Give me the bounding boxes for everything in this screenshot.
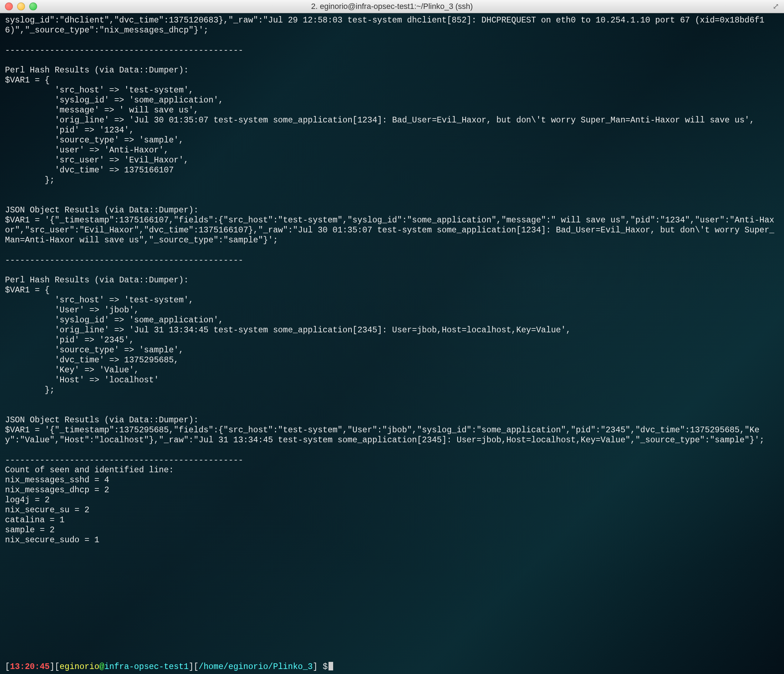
terminal-line: nix_secure_sudo = 1 <box>5 535 779 545</box>
close-icon[interactable] <box>5 3 13 10</box>
terminal-line <box>5 195 779 205</box>
terminal-line: JSON Object Resutls (via Data::Dumper): <box>5 205 779 215</box>
terminal-line: Perl Hash Results (via Data::Dumper): <box>5 66 779 75</box>
terminal-line: nix_secure_su = 2 <box>5 505 779 515</box>
terminal-line: 'User' => 'jbob', <box>5 305 779 315</box>
terminal-line <box>5 245 779 255</box>
traffic-lights <box>5 3 37 10</box>
zoom-icon[interactable] <box>29 3 37 10</box>
terminal-line: ----------------------------------------… <box>5 45 779 55</box>
terminal-line: sample = 2 <box>5 525 779 535</box>
terminal-line: 'src_user' => 'Evil_Haxor', <box>5 155 779 165</box>
terminal-line: 'syslog_id' => 'some_application', <box>5 315 779 325</box>
terminal-line: ----------------------------------------… <box>5 455 779 465</box>
terminal-line: Perl Hash Results (via Data::Dumper): <box>5 275 779 285</box>
terminal-output[interactable]: syslog_id":"dhclient","dvc_time":1375120… <box>5 16 779 662</box>
terminal-line <box>5 445 779 455</box>
terminal-line: catalina = 1 <box>5 515 779 525</box>
terminal-line: 'dvc_time' => 1375166107 <box>5 165 779 175</box>
prompt-user: eginorio <box>59 662 99 671</box>
terminal-line: log4j = 2 <box>5 495 779 505</box>
terminal-line <box>5 185 779 195</box>
terminal-line: Count of seen and identified line: <box>5 465 779 475</box>
terminal-line: nix_messages_dhcp = 2 <box>5 485 779 495</box>
terminal-line: 'Host' => 'localhost' <box>5 375 779 385</box>
terminal-line: 'source_type' => 'sample', <box>5 345 779 355</box>
terminal-line: 'pid' => '2345', <box>5 335 779 345</box>
terminal-line: }; <box>5 175 779 185</box>
prompt-host: infra-opsec-test1 <box>104 662 189 671</box>
minimize-icon[interactable] <box>17 3 25 10</box>
terminal-line: 'orig_line' => 'Jul 30 01:35:07 test-sys… <box>5 115 779 125</box>
terminal-line: $VAR1 = '{"_timestamp":1375295685,"field… <box>5 425 779 445</box>
terminal-window: 2. eginorio@infra-opsec-test1:~/Plinko_3… <box>0 0 784 674</box>
terminal-line: nix_messages_sshd = 4 <box>5 475 779 485</box>
terminal-line: 'syslog_id' => 'some_application', <box>5 95 779 105</box>
terminal-line <box>5 395 779 405</box>
terminal-line: ----------------------------------------… <box>5 255 779 265</box>
window-title: 2. eginorio@infra-opsec-test1:~/Plinko_3… <box>0 2 784 11</box>
terminal-body[interactable]: syslog_id":"dhclient","dvc_time":1375120… <box>0 13 784 674</box>
terminal-line: 'user' => 'Anti-Haxor', <box>5 145 779 155</box>
terminal-line: 'source_type' => 'sample', <box>5 135 779 145</box>
terminal-line: JSON Object Resutls (via Data::Dumper): <box>5 415 779 425</box>
terminal-line <box>5 405 779 415</box>
fullscreen-icon[interactable]: ⤢ <box>773 2 779 11</box>
prompt-line[interactable]: [13:20:45][eginorio@infra-opsec-test1][/… <box>5 662 779 672</box>
terminal-line: }; <box>5 385 779 395</box>
terminal-line: 'dvc_time' => 1375295685, <box>5 355 779 365</box>
terminal-line <box>5 265 779 275</box>
terminal-line: syslog_id":"dhclient","dvc_time":1375120… <box>5 16 779 35</box>
cursor-icon <box>328 662 333 671</box>
terminal-line: $VAR1 = '{"_timestamp":1375166107,"field… <box>5 215 779 245</box>
terminal-line: $VAR1 = { <box>5 285 779 295</box>
terminal-line: 'src_host' => 'test-system', <box>5 85 779 95</box>
prompt-symbol: $ <box>323 662 328 671</box>
titlebar[interactable]: 2. eginorio@infra-opsec-test1:~/Plinko_3… <box>0 0 784 13</box>
prompt-path: /home/eginorio/Plinko_3 <box>199 662 313 671</box>
terminal-line: 'pid' => '1234', <box>5 125 779 135</box>
terminal-line <box>5 55 779 66</box>
terminal-line: $VAR1 = { <box>5 75 779 85</box>
terminal-line: 'message' => ' will save us', <box>5 105 779 115</box>
terminal-line: 'orig_line' => 'Jul 31 13:34:45 test-sys… <box>5 325 779 335</box>
prompt-time: 13:20:45 <box>10 662 50 671</box>
terminal-line: 'Key' => 'Value', <box>5 365 779 375</box>
terminal-line: 'src_host' => 'test-system', <box>5 295 779 305</box>
terminal-line <box>5 35 779 45</box>
